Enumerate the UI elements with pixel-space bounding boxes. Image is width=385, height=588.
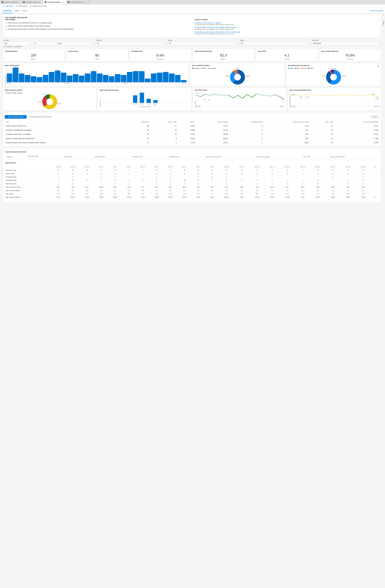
edit-report-button[interactable]: Edit report	[2, 5, 13, 7]
topic-link[interactable]: Customer doesn't know how to maintain co…	[195, 26, 379, 28]
column-header[interactable]: Nov 18	[340, 165, 356, 168]
column-header[interactable]: Nov 1	[94, 165, 108, 168]
filter-panel-collapsed[interactable]: « Filters	[382, 13, 385, 26]
kpi-card[interactable]: Avg. CSAT4.2-3.3% ▼	[256, 49, 318, 62]
table-row[interactable]: Getting a membership card replacement314…	[5, 136, 379, 141]
column-header[interactable]: Topic	[5, 120, 125, 124]
subtab-topics[interactable]: Topics	[21, 8, 29, 13]
kpi-card[interactable]: Escalated rate9.4%115.4% ▲	[130, 49, 191, 62]
column-header[interactable]: Oct 30	[66, 165, 80, 168]
column-header[interactable]: Canceled cases	[168, 154, 205, 159]
table-cell	[234, 182, 249, 186]
column-header[interactable]: No	[371, 165, 379, 168]
timezone-select[interactable]: GMT-08:00▾	[312, 42, 381, 45]
column-header[interactable]: Nov 14	[280, 165, 295, 168]
column-header[interactable]: Nov 11	[234, 165, 249, 168]
tab-0[interactable]: Customer Service A...	[0, 0, 22, 4]
table-cell: 66.6	[325, 186, 340, 189]
duration-mode-select[interactable]: Last▾	[3, 42, 32, 45]
kpi-card[interactable]: Incoming cases2970.0% --	[3, 49, 65, 62]
bookmarks-button[interactable]: Bookmarks	[16, 5, 27, 7]
channel-metrics-table[interactable]: ChannelIncoming cases▼Active casesEscala…	[5, 154, 379, 159]
table-cell: 31	[125, 136, 150, 141]
table-cell: 78.0%	[80, 196, 94, 199]
emerging-topics-tab[interactable]: Emerging case volume by topic	[29, 116, 52, 118]
channel-select[interactable]: All▾	[96, 42, 165, 45]
column-header[interactable]: Nov 6	[164, 165, 177, 168]
kpi-card[interactable]: Avg. survey sentiment76.9%-1.9% ▼	[319, 49, 381, 62]
duration-unit-select[interactable]: Days▾	[57, 42, 93, 45]
table-cell: 159.7	[205, 186, 219, 189]
x-tick: Oct 30	[7, 83, 11, 84]
column-header[interactable]: Nov 15	[295, 165, 310, 168]
column-header[interactable]: Nov 13	[265, 165, 280, 168]
column-header[interactable]: Avg. resolve time (hrs)	[205, 154, 255, 159]
agent-select[interactable]: All▾	[240, 42, 309, 45]
column-header[interactable]: Nov 5	[150, 165, 164, 168]
column-header[interactable]: Oct 29	[51, 165, 66, 168]
bookmarks-label: Bookmarks	[18, 5, 27, 7]
case-metrics-table-wrap[interactable]: Oct 29Oct 30Oct 31Nov 1Nov 2Nov 3Nov 4No…	[5, 165, 379, 199]
top-topics-tab[interactable]: Top 10 volume topics	[5, 115, 26, 119]
column-header[interactable]: Nov 2	[108, 165, 122, 168]
column-header[interactable]: Resolved cases	[131, 154, 168, 159]
column-header[interactable]: Total cases	[125, 120, 150, 124]
column-header[interactable]: Nov 4	[136, 165, 150, 168]
column-header[interactable]: Avg. CSAT	[309, 120, 334, 124]
column-header[interactable]: Nov 10	[219, 165, 234, 168]
horizontal-scrollbar[interactable]	[5, 199, 379, 201]
column-header[interactable]: Channel	[5, 154, 27, 159]
column-header[interactable]: Avg. CSAT	[302, 154, 329, 159]
subtab-summary[interactable]: Summary	[2, 8, 13, 13]
column-header[interactable]: Nov 8	[191, 165, 205, 168]
column-header[interactable]: Avg. survey sentiment	[334, 120, 379, 124]
kpi-card[interactable]: Avg. resolve time (hrs)82.09.9% ▲	[193, 49, 254, 62]
details-button[interactable]: Details	[370, 115, 379, 119]
column-header[interactable]: Avg. case age (days)	[255, 154, 302, 159]
topic-link[interactable]: No tracking number send to the customer …	[195, 31, 379, 33]
close-icon[interactable]: ×	[63, 1, 64, 3]
table-row[interactable]: Customer's membership suspended401513.5%…	[5, 128, 379, 132]
column-header[interactable]: Nov 16	[310, 165, 325, 168]
column-header[interactable]: Nov 12	[249, 165, 265, 168]
column-header[interactable]: Incoming cases▼	[27, 154, 63, 159]
kpi-card[interactable]: Active cases90-1.1% ▼	[66, 49, 128, 62]
column-header[interactable]: Escalated cases	[229, 120, 263, 124]
tab-3[interactable]: Omnichannel Ong...	[66, 0, 86, 4]
column-header[interactable]: Avg. survey sentiment	[329, 154, 379, 159]
column-header[interactable]: Nov 19	[356, 165, 371, 168]
column-header[interactable]: Nov 17	[325, 165, 340, 168]
open-age-chart[interactable]: Open cases by case age Active cases < 1 …	[98, 88, 191, 111]
column-header[interactable]: Escalated cases	[93, 154, 131, 159]
new-tab-button[interactable]: +	[86, 0, 91, 4]
sentiment-trend-chart[interactable]: Avg. survey sentiment trend Avg. survey …	[288, 88, 381, 111]
subtab-agent[interactable]: Agent	[13, 8, 21, 13]
column-header[interactable]: Nov 9	[205, 165, 219, 168]
case-volume-status-chart[interactable]: Case volume by status ResolvedActiveCanc…	[190, 63, 285, 86]
about-report-link[interactable]: ⓘAbout this report	[369, 9, 383, 12]
open-priority-chart[interactable]: Open cases by priority NormalHighLow 11.…	[3, 88, 96, 111]
column-header[interactable]: Nov 7	[177, 165, 191, 168]
case-volume-trend-chart[interactable]: Case volume trend Incoming cases 2012871…	[3, 63, 189, 86]
topics-table[interactable]: TopicTotal casesActive casesVolumeVolume…	[5, 120, 379, 145]
column-header[interactable]: Volume change	[196, 120, 229, 124]
column-header[interactable]: Nov 3	[122, 165, 136, 168]
incoming-channel-chart[interactable]: Incoming cases by channel ▶ PhoneWebEmai…	[286, 63, 381, 86]
table-row[interactable]: Coffee machine doesn't work561818.9%-17.…	[5, 124, 379, 128]
column-header[interactable]: Active cases	[150, 120, 178, 124]
csat-trend-chart[interactable]: Avg. CSAT trend Avg. CSAT 4.3 3.7 3.6 4.…	[193, 88, 286, 111]
duration-value-input[interactable]: 30	[33, 42, 56, 45]
queue-select[interactable]: All▾	[168, 42, 237, 45]
tab-2[interactable]: Customer Service historic...×	[43, 0, 66, 4]
update-bookmark-button[interactable]: Update Bookmark	[30, 5, 46, 7]
column-header[interactable]: Active cases	[63, 154, 94, 159]
column-header[interactable]: Avg. resolve time (hrs)	[263, 120, 309, 124]
topic-link[interactable]: Customer cannot sign in on Mobile	[195, 22, 379, 24]
tab-1[interactable]: Customer Service A...	[22, 0, 43, 4]
table-row[interactable]: Customer cannot sign in on Mobile381212.…	[5, 132, 379, 136]
column-header[interactable]: Oct 31	[80, 165, 94, 168]
table-row[interactable]: Customer doesn't know how to maintain co…	[5, 141, 379, 145]
chevron-left-icon[interactable]: «	[383, 14, 385, 15]
chevron-right-icon[interactable]: ▶	[378, 65, 379, 67]
column-header[interactable]: Volume	[177, 120, 196, 124]
